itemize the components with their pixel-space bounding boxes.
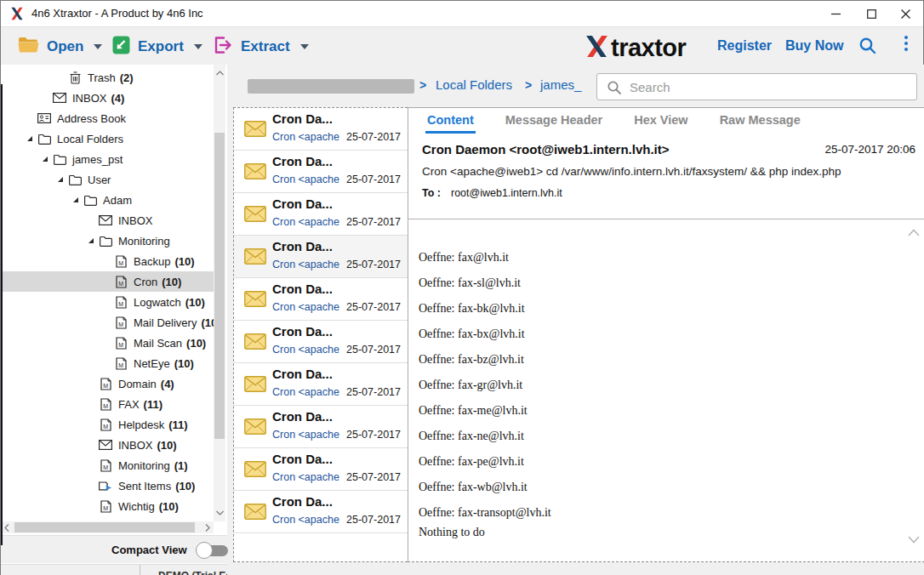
email-from: Cron <apache	[272, 301, 351, 313]
tree-expander-icon[interactable]	[54, 173, 67, 186]
tree-expander-slot	[84, 458, 98, 472]
email-subject: Cron Da...	[272, 239, 333, 253]
email-list-item[interactable]: Cron Da...Cron <apache25-07-2017	[234, 406, 408, 448]
tab-content[interactable]: Content	[425, 108, 476, 134]
email-list-item[interactable]: Cron Da...Cron <apache25-07-2017	[234, 236, 408, 278]
tree-item-trash[interactable]: Trash(2)	[1, 67, 214, 88]
tree-item-label: Local Folders	[57, 133, 123, 145]
tree-item-wichtig[interactable]: MWichtig(10)	[1, 496, 214, 516]
minimize-button[interactable]	[821, 1, 850, 26]
mail-file-icon: M	[98, 499, 113, 513]
open-button[interactable]: Open	[18, 27, 102, 65]
body-scroll-down-icon[interactable]	[908, 532, 920, 547]
trash-icon	[67, 71, 83, 84]
register-link[interactable]: Register	[717, 38, 772, 54]
email-envelope-icon	[244, 333, 266, 353]
body-line: Oeffne: fax-bz@lvh.it	[419, 347, 924, 373]
email-subject: Cron Da...	[272, 367, 333, 381]
extract-button[interactable]: Extract	[212, 27, 309, 65]
email-list-item[interactable]: Cron Da...Cron <apache25-07-2017	[234, 108, 408, 151]
email-date: 25-07-2017	[346, 514, 401, 526]
extract-dropdown-caret-icon[interactable]	[300, 44, 309, 49]
search-input[interactable]	[630, 77, 910, 96]
tree-item-label: Adam	[103, 194, 132, 207]
email-subject: Cron Da...	[272, 409, 333, 424]
content-tabs: ContentMessage HeaderHex ViewRaw Message	[408, 108, 802, 135]
mail-file-icon: M	[113, 316, 128, 329]
email-envelope-icon	[244, 461, 266, 481]
buy-now-link[interactable]: Buy Now	[785, 38, 843, 54]
email-envelope-icon	[244, 248, 266, 268]
tree-expander-icon[interactable]	[69, 193, 83, 207]
status-bar: DEMO (Trial Edition)	[1, 564, 227, 575]
tab-message-header[interactable]: Message Header	[504, 108, 604, 134]
scroll-right-icon[interactable]	[202, 521, 214, 534]
breadcrumb-james[interactable]: james_	[540, 77, 581, 92]
tree-item-monitoring[interactable]: MMonitoring(1)	[1, 455, 214, 475]
email-list-item[interactable]: Cron Da...Cron <apache25-07-2017	[234, 278, 408, 321]
tree-expander-icon[interactable]	[38, 152, 52, 166]
tree-item-fax[interactable]: MFAX(11)	[1, 394, 214, 414]
tree-item-domain[interactable]: MDomain(4)	[1, 373, 214, 394]
export-dropdown-caret-icon[interactable]	[194, 44, 202, 49]
scrollbar-thumb[interactable]	[14, 522, 195, 532]
tree-item-count: (10)	[185, 296, 205, 309]
compact-view-toggle[interactable]	[196, 542, 228, 559]
scroll-up-icon[interactable]	[214, 66, 225, 80]
svg-text:M: M	[118, 362, 123, 367]
tree-item-count: (10)	[201, 316, 214, 329]
tree-item-local-folders[interactable]: Local Folders	[1, 128, 214, 149]
tab-hex-view[interactable]: Hex View	[632, 108, 689, 134]
compact-view-label: Compact View	[111, 544, 187, 556]
open-dropdown-caret-icon[interactable]	[94, 44, 102, 49]
email-list-item[interactable]: Cron Da...Cron <apache25-07-2017	[234, 193, 408, 236]
email-list-item[interactable]: Cron Da...Cron <apache25-07-2017	[234, 491, 408, 533]
tree-expander-slot	[100, 356, 113, 370]
email-list-item[interactable]: Cron Da...Cron <apache25-07-2017	[234, 321, 408, 363]
close-button[interactable]	[891, 1, 920, 26]
scroll-down-icon[interactable]	[214, 506, 225, 520]
tree-item-monitoring[interactable]: Monitoring	[1, 231, 214, 251]
scroll-left-icon[interactable]	[1, 521, 13, 534]
scrollbar-thumb[interactable]	[214, 133, 225, 439]
to-label: To :	[422, 187, 441, 199]
tree-item-james-pst[interactable]: james_pst	[1, 149, 214, 169]
mail-file-icon: M	[113, 295, 128, 309]
tree-item-cron[interactable]: MCron(10)	[1, 271, 214, 292]
svg-text:M: M	[103, 464, 108, 470]
tree-expander-icon[interactable]	[84, 234, 98, 248]
email-list-item[interactable]: Cron Da...Cron <apache25-07-2017	[234, 448, 408, 491]
tree-item-backup[interactable]: MBackup(10)	[1, 251, 214, 271]
tree-item-mail-delivery[interactable]: MMail Delivery(10)	[1, 312, 214, 333]
tree-item-address-book[interactable]: Address Book	[1, 108, 214, 128]
email-list-item[interactable]: Cron Da...Cron <apache25-07-2017	[234, 363, 408, 406]
body-line: Oeffne: fax-wb@lvh.it	[419, 475, 924, 500]
tree-item-sent-items[interactable]: Sent Items(10)	[1, 475, 214, 496]
tree-item-label: NetEye	[134, 357, 170, 370]
email-list-item[interactable]: Cron Da...Cron <apache25-07-2017	[234, 151, 408, 193]
email-date: 25-07-2017	[346, 344, 401, 356]
body-line: Oeffne: fax-sl@lvh.it	[419, 270, 924, 296]
body-scroll-up-icon[interactable]	[908, 225, 920, 240]
tree-item-inbox[interactable]: INBOX(10)	[1, 435, 214, 455]
tree-expander-icon[interactable]	[23, 132, 37, 145]
search-icon[interactable]	[858, 37, 877, 59]
tree-item-neteye[interactable]: MNetEye(10)	[1, 353, 214, 373]
export-button[interactable]: Export	[112, 27, 202, 65]
kebab-menu-icon[interactable]	[901, 36, 911, 51]
tree-item-helpdesk[interactable]: MHelpdesk(11)	[1, 414, 214, 435]
tree-item-user[interactable]: User	[1, 169, 214, 190]
svg-text:M: M	[103, 423, 108, 429]
tree-item-logwatch[interactable]: MLogwatch(10)	[1, 292, 214, 312]
tree-item-mail-scan[interactable]: MMail Scan(10)	[1, 333, 214, 353]
tree-item-label: Trash	[88, 71, 116, 84]
tree-item-inbox[interactable]: INBOX	[1, 210, 214, 231]
tree-item-count: (10)	[186, 337, 206, 350]
maximize-button[interactable]	[857, 1, 886, 26]
breadcrumb-local-folders[interactable]: Local Folders	[436, 77, 512, 92]
sidebar-horizontal-scrollbar[interactable]	[1, 521, 214, 533]
tree-item-inbox[interactable]: INBOX(4)	[1, 88, 214, 108]
sidebar-vertical-scrollbar[interactable]	[214, 65, 225, 521]
tab-raw-message[interactable]: Raw Message	[718, 108, 802, 134]
tree-item-adam[interactable]: Adam	[1, 190, 214, 210]
